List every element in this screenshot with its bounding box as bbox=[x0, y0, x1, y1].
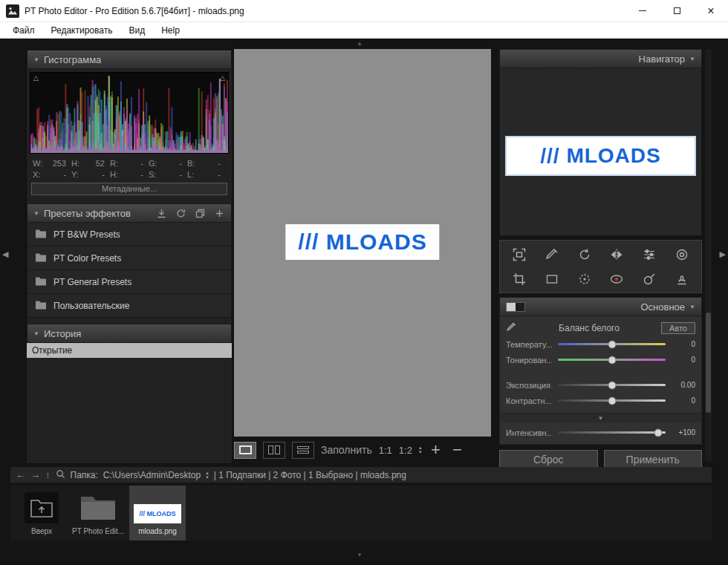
add-preset-icon[interactable] bbox=[214, 208, 225, 219]
history-title: История bbox=[44, 328, 81, 339]
eyedropper-icon[interactable] bbox=[506, 321, 517, 336]
preset-item-general[interactable]: PT General Presets bbox=[27, 270, 232, 294]
chevron-down-icon: ▼ bbox=[689, 304, 695, 310]
exposure-slider[interactable] bbox=[558, 384, 666, 386]
zoom-ratio-spinner[interactable]: ▴▾ bbox=[419, 445, 422, 454]
search-icon[interactable] bbox=[56, 469, 65, 480]
collapse-top-handle[interactable]: ▲ bbox=[357, 40, 363, 47]
zoom-1-1-label[interactable]: 1:1 bbox=[379, 445, 392, 456]
collapse-bottom-handle[interactable]: ▼ bbox=[357, 552, 363, 558]
temperature-slider-row: Температу... 0 bbox=[506, 336, 695, 352]
tool-redeye-icon[interactable] bbox=[607, 270, 626, 289]
tint-slider-row: Тонирован... 0 bbox=[506, 352, 695, 368]
tool-spot-removal-icon[interactable] bbox=[575, 270, 594, 289]
slider-knob[interactable] bbox=[608, 381, 616, 389]
right-panel-scrollbar[interactable] bbox=[705, 49, 712, 462]
filmstrip-item-folder[interactable]: PT Photo Edit... bbox=[73, 486, 123, 540]
preset-item-user[interactable]: Пользовательские bbox=[27, 294, 232, 318]
tool-frame-icon[interactable] bbox=[542, 270, 562, 289]
zoom-in-button[interactable]: + bbox=[428, 442, 443, 457]
nav-back-icon[interactable]: ← bbox=[16, 470, 25, 480]
navigator-thumbnail[interactable]: /// MLOADS bbox=[505, 136, 696, 176]
metadata-button[interactable]: Метаданные... bbox=[31, 183, 227, 195]
folder-path-spinner[interactable]: ▴▾ bbox=[206, 471, 209, 480]
contrast-slider-row: Контрастн... 0 bbox=[506, 393, 695, 408]
folder-icon bbox=[35, 275, 47, 289]
tint-slider[interactable] bbox=[558, 359, 666, 361]
history-item-open[interactable]: Открытие bbox=[27, 343, 232, 358]
tool-target-adjust-icon[interactable] bbox=[672, 245, 692, 264]
nav-up-icon[interactable]: ↑ bbox=[45, 470, 51, 480]
menu-edit[interactable]: Редактировать bbox=[43, 23, 121, 38]
histogram-stats: W:253 H:52 R:- G:- B:- X:- Y:- H:- S:- L… bbox=[27, 157, 232, 181]
folder-label: Папка: bbox=[71, 470, 98, 480]
preset-item-color[interactable]: PT Color Presets bbox=[27, 246, 232, 270]
zoom-fit-label[interactable]: Заполнить bbox=[321, 444, 372, 456]
intensity-slider[interactable] bbox=[558, 431, 666, 434]
navigator-section-header[interactable]: Навигатор ▼ bbox=[499, 49, 702, 68]
nav-forward-icon[interactable]: → bbox=[30, 470, 40, 480]
chevron-down-icon: ▼ bbox=[33, 330, 39, 337]
scrollbar-thumb[interactable] bbox=[706, 313, 711, 413]
slider-knob[interactable] bbox=[608, 340, 616, 348]
window-title: PT Photo Editor - Pro Edition 5.6.7[64би… bbox=[25, 6, 620, 16]
menu-view[interactable]: Вид bbox=[120, 23, 153, 38]
view-split-button[interactable] bbox=[292, 442, 314, 459]
histogram-title: Гистограмма bbox=[44, 54, 101, 65]
tool-fit-screen-icon[interactable] bbox=[510, 245, 529, 264]
minimize-button[interactable] bbox=[625, 0, 660, 22]
tool-clone-stamp-icon[interactable] bbox=[672, 270, 692, 289]
temperature-value: 0 bbox=[672, 340, 695, 348]
tool-rotate-icon[interactable] bbox=[575, 245, 594, 264]
tool-wb-selector-icon[interactable] bbox=[542, 245, 562, 264]
new-preset-group-icon[interactable] bbox=[195, 208, 206, 219]
view-single-button[interactable] bbox=[234, 442, 256, 459]
close-button[interactable]: × bbox=[694, 0, 728, 22]
slider-knob[interactable] bbox=[608, 396, 616, 405]
folder-path[interactable]: C:\Users\Admin\Desktop bbox=[103, 470, 201, 480]
history-section-header[interactable]: ▼ История bbox=[27, 324, 232, 343]
zoom-ratio-label[interactable]: 1:2 bbox=[399, 445, 412, 456]
tint-label: Тонирован... bbox=[506, 356, 552, 365]
histogram-section-header[interactable]: ▼ Гистограмма bbox=[27, 50, 232, 69]
shadow-clipping-icon[interactable]: △ bbox=[33, 74, 39, 82]
zoom-out-button[interactable]: − bbox=[449, 442, 464, 457]
import-preset-icon[interactable] bbox=[156, 208, 167, 219]
menu-help[interactable]: Help bbox=[153, 23, 188, 38]
left-panel: ▼ Гистограмма △ △ W:253 H:52 R:- G:- B:-… bbox=[26, 49, 233, 464]
view-compare-button[interactable] bbox=[263, 442, 285, 459]
stats-row-1: W:253 H:52 R:- G:- B:- bbox=[33, 158, 226, 169]
contrast-value: 0 bbox=[672, 396, 695, 405]
stats-row-2: X:- Y:- H:- S:- L:- bbox=[33, 169, 226, 180]
menu-file[interactable]: Файл bbox=[4, 23, 43, 38]
slider-knob[interactable] bbox=[654, 428, 662, 437]
filmstrip-item-image[interactable]: /// MLOADS mloads.png bbox=[129, 486, 186, 540]
tool-flip-icon[interactable] bbox=[607, 245, 626, 264]
basic-section-header[interactable]: Основное ▼ bbox=[499, 297, 702, 316]
wb-auto-button[interactable]: Авто bbox=[661, 322, 695, 334]
filmstrip-item-up[interactable]: Вверх bbox=[16, 486, 67, 540]
maximize-button[interactable] bbox=[660, 0, 694, 22]
tool-crop-icon[interactable] bbox=[510, 270, 529, 289]
folder-up-icon bbox=[25, 492, 59, 523]
panel-scroll-indicator[interactable]: ▼ bbox=[499, 414, 702, 422]
folder-icon bbox=[35, 252, 47, 265]
navigator-preview[interactable]: /// MLOADS bbox=[499, 68, 702, 236]
chevron-down-icon: ▼ bbox=[689, 56, 695, 62]
tools-toolbar bbox=[499, 240, 702, 293]
collapse-right-panel-arrow[interactable]: ▶ bbox=[720, 249, 726, 259]
refresh-presets-icon[interactable] bbox=[175, 208, 186, 219]
contrast-slider[interactable] bbox=[558, 399, 666, 402]
exposure-slider-row: Экспозиция 0.00 bbox=[506, 377, 695, 393]
tool-levels-icon[interactable] bbox=[640, 245, 659, 264]
slider-knob[interactable] bbox=[608, 356, 616, 364]
preset-item-bw[interactable]: PT B&W Presets bbox=[27, 223, 232, 246]
titlebar[interactable]: PT Photo Editor - Pro Edition 5.6.7[64би… bbox=[0, 0, 728, 22]
collapse-left-panel-arrow[interactable]: ◀ bbox=[2, 249, 8, 259]
tool-adjustment-brush-icon[interactable] bbox=[640, 270, 659, 289]
temperature-slider[interactable] bbox=[558, 343, 666, 345]
presets-section-header[interactable]: ▼ Пресеты эффектов bbox=[27, 203, 232, 223]
highlight-clipping-icon[interactable]: △ bbox=[220, 74, 225, 82]
before-after-toggle[interactable] bbox=[506, 302, 525, 312]
filmstrip-item-label: PT Photo Edit... bbox=[72, 527, 124, 535]
